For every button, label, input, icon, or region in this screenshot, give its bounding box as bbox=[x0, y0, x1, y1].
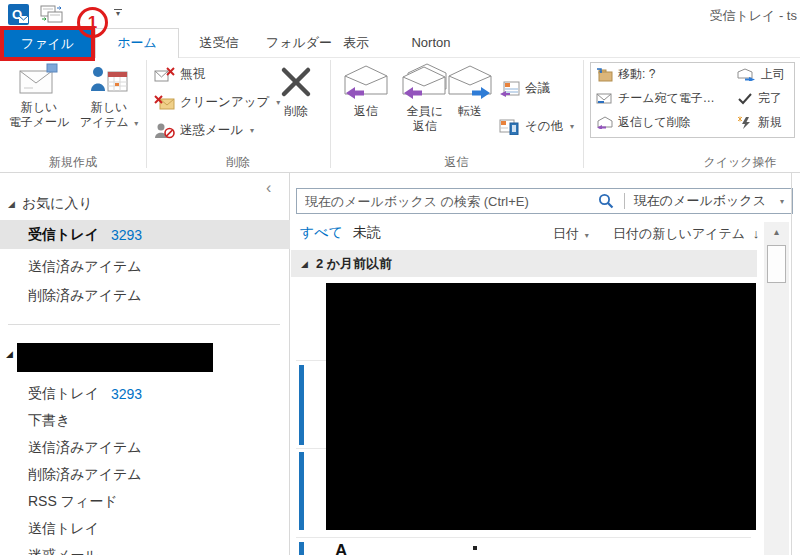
sidebar-item-favorite-deleted[interactable]: 削除済みアイテム bbox=[0, 282, 290, 310]
message-list-scrollbar[interactable]: ▴ bbox=[764, 222, 789, 555]
delete-label: 削除 bbox=[266, 104, 326, 119]
ribbon-group-label-respond: 返信 bbox=[330, 154, 583, 171]
tab-file[interactable]: ファイル bbox=[4, 30, 91, 57]
meeting-icon bbox=[499, 81, 520, 97]
group-collapse-triangle-icon: ◢ bbox=[301, 259, 308, 269]
message-list-redacted bbox=[326, 283, 756, 530]
chevron-down-icon: ▾ bbox=[134, 119, 138, 128]
expand-triangle-icon: ◢ bbox=[8, 199, 15, 209]
sort-order-button[interactable]: 日付の新しいアイテム ↓ bbox=[613, 225, 759, 243]
sidebar-item-drafts[interactable]: 下書き bbox=[0, 408, 290, 434]
quick-step-reply-and-delete-label: 返信して削除 bbox=[618, 114, 691, 131]
favorites-header[interactable]: ◢ お気に入り bbox=[8, 195, 93, 213]
new-email-button[interactable]: 新しい 電子メール bbox=[6, 62, 72, 130]
more-respond-icon bbox=[499, 119, 520, 135]
ignore-label: 無視 bbox=[180, 66, 205, 83]
ignore-button[interactable]: 無視 bbox=[154, 66, 205, 83]
reply-all-label-line2: 返信 bbox=[394, 119, 456, 134]
quick-step-move-to[interactable]: 移動: ? bbox=[596, 66, 655, 83]
outbox-label: 送信トレイ bbox=[28, 520, 99, 538]
send-receive-qat-icon[interactable] bbox=[40, 5, 64, 28]
sort-order-label: 日付の新しいアイテム bbox=[613, 226, 745, 241]
more-respond-label: その他 bbox=[525, 118, 563, 135]
sort-field-dropdown[interactable]: 日付 ▾ bbox=[553, 225, 589, 243]
sidebar-item-junk-mail[interactable]: 迷惑メール bbox=[0, 543, 290, 555]
reply-delete-icon bbox=[596, 116, 613, 129]
reply-button[interactable]: 返信 bbox=[338, 62, 394, 119]
search-scope-label: 現在のメールボックス bbox=[634, 193, 766, 208]
tab-send-receive[interactable]: 送受信 bbox=[179, 28, 259, 58]
cleanup-button[interactable]: クリーンアップ ▾ bbox=[154, 94, 280, 111]
ribbon-group-label-delete: 削除 bbox=[146, 154, 330, 171]
meeting-button[interactable]: 会議 bbox=[499, 80, 550, 97]
tab-norton[interactable]: Norton bbox=[396, 28, 466, 58]
account-inbox-label: 受信トレイ bbox=[28, 385, 99, 403]
team-email-icon bbox=[596, 92, 613, 105]
reply-icon bbox=[342, 63, 390, 101]
rss-feeds-label: RSS フィード bbox=[28, 493, 118, 511]
ribbon-group-separator bbox=[146, 60, 147, 168]
move-folder-icon bbox=[596, 68, 613, 82]
tab-home[interactable]: ホーム bbox=[95, 28, 179, 58]
junk-mail-button[interactable]: 迷惑メール ▾ bbox=[154, 122, 254, 139]
sidebar-item-outbox[interactable]: 送信トレイ bbox=[0, 516, 290, 542]
quick-step-team-email-label: チーム宛て電子… bbox=[618, 90, 715, 107]
search-scope-divider bbox=[624, 193, 625, 209]
chevron-down-icon: ▾ bbox=[116, 10, 120, 17]
tab-view[interactable]: 表示 bbox=[326, 28, 386, 58]
search-input[interactable] bbox=[305, 194, 598, 209]
search-icon[interactable] bbox=[598, 193, 614, 209]
partial-sender-initial[interactable]: A bbox=[335, 541, 347, 555]
new-email-label-line2: 電子メール bbox=[6, 115, 72, 130]
new-email-icon bbox=[19, 63, 59, 97]
folder-pane: ‹ ◢ お気に入り 受信トレイ 3293 送信済みアイテム 削除済みアイテム ◢… bbox=[0, 173, 290, 555]
minimize-folder-pane-icon[interactable]: ‹ bbox=[266, 179, 271, 197]
outlook-window: O ▾ 受信トレイ - ts 1 ファイル ホーム 送受信 フォルダー 表示 N… bbox=[0, 0, 800, 555]
chevron-down-icon: ▾ bbox=[570, 122, 574, 131]
delete-button[interactable]: 削除 bbox=[266, 62, 326, 119]
filter-unread[interactable]: 未読 bbox=[353, 224, 381, 242]
filter-all[interactable]: すべて bbox=[300, 224, 343, 242]
unread-indicator-bar bbox=[299, 452, 304, 530]
account-inbox-unread-count: 3293 bbox=[111, 386, 142, 402]
scroll-up-icon[interactable]: ▴ bbox=[764, 222, 789, 242]
junk-mail-label: 迷惑メール bbox=[180, 122, 243, 139]
unread-indicator-bar bbox=[299, 542, 304, 555]
quick-step-reply-and-delete[interactable]: 返信して削除 bbox=[596, 114, 691, 131]
sidebar-item-deleted-items[interactable]: 削除済みアイテム bbox=[0, 462, 290, 488]
message-group-header[interactable]: ◢ 2 か月前以前 bbox=[291, 250, 757, 277]
qat-customize-dropdown[interactable]: ▾ bbox=[112, 9, 124, 17]
account-expand-triangle-icon[interactable]: ◢ bbox=[6, 349, 13, 359]
favorite-deleted-label: 削除済みアイテム bbox=[28, 287, 142, 305]
deleted-items-label: 削除済みアイテム bbox=[28, 466, 142, 484]
forward-button[interactable]: 転送 bbox=[442, 62, 498, 119]
sidebar-item-account-inbox[interactable]: 受信トレイ 3293 bbox=[0, 381, 290, 407]
cleanup-label: クリーンアップ bbox=[180, 94, 269, 111]
favorite-inbox-unread-count: 3293 bbox=[111, 227, 142, 243]
sidebar-item-favorite-inbox[interactable]: 受信トレイ 3293 bbox=[0, 220, 290, 249]
sort-descending-icon: ↓ bbox=[753, 226, 760, 241]
quick-step-to-manager-label: 上司 bbox=[761, 66, 785, 83]
sidebar-item-rss-feeds[interactable]: RSS フィード bbox=[0, 489, 290, 515]
ribbon-group-separator bbox=[583, 60, 584, 168]
new-email-label-line1: 新しい bbox=[6, 100, 72, 115]
search-scope-dropdown[interactable]: 現在のメールボックス bbox=[634, 192, 766, 210]
forward-label: 転送 bbox=[442, 104, 498, 119]
new-items-label-line1: 新しい bbox=[76, 100, 142, 115]
new-items-button[interactable]: 新しい アイテム ▾ bbox=[76, 62, 142, 131]
chevron-down-icon: ▾ bbox=[585, 231, 589, 240]
chevron-down-icon[interactable]: ▾ bbox=[780, 197, 784, 206]
message-list-pane: 現在のメールボックス ▾ すべて 未読 日付 ▾ 日付の新しいアイテム ↓ ◢ … bbox=[291, 173, 800, 555]
quick-step-team-email[interactable]: チーム宛て電子… bbox=[596, 90, 715, 107]
more-respond-button[interactable]: その他 ▾ bbox=[499, 118, 574, 135]
quick-step-done-label: 完了 bbox=[758, 90, 782, 107]
forward-icon bbox=[446, 63, 494, 101]
sidebar-item-sent-items[interactable]: 送信済みアイテム bbox=[0, 435, 290, 461]
ribbon-group-separator bbox=[330, 60, 331, 168]
quick-step-to-manager[interactable]: 上司 bbox=[737, 66, 785, 83]
scrollbar-thumb[interactable] bbox=[767, 245, 786, 283]
quick-step-done[interactable]: 完了 bbox=[737, 90, 782, 107]
sidebar-item-favorite-sent[interactable]: 送信済みアイテム bbox=[0, 253, 290, 281]
quick-step-create-new[interactable]: 新規 bbox=[737, 114, 782, 131]
sent-items-label: 送信済みアイテム bbox=[28, 439, 142, 457]
